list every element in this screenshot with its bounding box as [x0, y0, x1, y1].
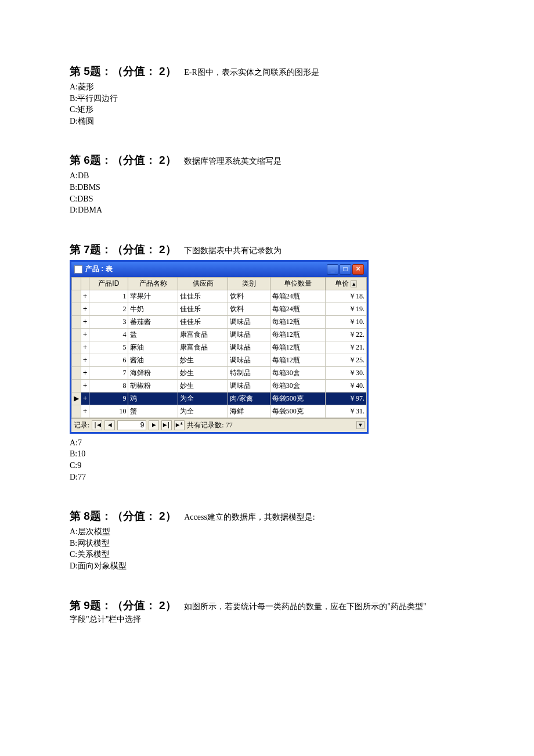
cell-category[interactable]: 海鲜 [228, 405, 270, 417]
cell-product-name[interactable]: 胡椒粉 [128, 379, 178, 392]
products-table[interactable]: 产品ID 产品名称 供应商 类别 单位数量 单价 ▲ +1苹果汁佳佳乐饮料每箱2… [71, 277, 367, 418]
cell-product-name[interactable]: 酱油 [128, 354, 178, 366]
row-selector[interactable] [72, 290, 81, 303]
cell-unit-qty[interactable]: 每箱24瓶 [270, 290, 325, 303]
cell-product-name[interactable]: 苹果汁 [128, 290, 178, 303]
table-row[interactable]: +8胡椒粉妙生调味品每箱30盒￥40. [72, 379, 367, 392]
window-titlebar[interactable]: 产品 : 表 _ □ × [71, 262, 367, 277]
expand-icon[interactable]: + [81, 328, 89, 341]
cell-product-id[interactable]: 5 [89, 341, 128, 354]
cell-product-id[interactable]: 2 [89, 303, 128, 315]
cell-unit-qty[interactable]: 每箱12瓶 [270, 315, 325, 328]
table-row[interactable]: ▶+9鸡为全肉/家禽每袋500克￥97. [72, 392, 367, 405]
cell-unit-price[interactable]: ￥18. [326, 290, 367, 303]
cell-product-name[interactable]: 蕃茄酱 [128, 315, 178, 328]
cell-unit-price[interactable]: ￥25. [326, 354, 367, 366]
table-row[interactable]: +6酱油妙生调味品每箱12瓶￥25. [72, 354, 367, 366]
cell-product-id[interactable]: 9 [89, 392, 128, 405]
nav-prev-button[interactable]: ◀ [104, 420, 115, 430]
expand-icon[interactable]: + [81, 379, 89, 392]
table-row[interactable]: +10蟹为全海鲜每袋500克￥31. [72, 405, 367, 417]
minimize-button[interactable]: _ [327, 264, 338, 275]
cell-category[interactable]: 饮料 [228, 290, 270, 303]
table-row[interactable]: +5麻油康富食品调味品每箱12瓶￥21. [72, 341, 367, 354]
col-product-id[interactable]: 产品ID [89, 277, 128, 290]
cell-category[interactable]: 调味品 [228, 328, 270, 341]
close-button[interactable]: × [352, 264, 364, 275]
col-unit-qty[interactable]: 单位数量 [270, 277, 325, 290]
cell-category[interactable]: 调味品 [228, 354, 270, 366]
row-selector-header[interactable] [72, 277, 81, 290]
table-row[interactable]: +1苹果汁佳佳乐饮料每箱24瓶￥18. [72, 290, 367, 303]
cell-product-id[interactable]: 8 [89, 379, 128, 392]
expand-icon[interactable]: + [81, 354, 89, 366]
cell-product-id[interactable]: 10 [89, 405, 128, 417]
maximize-button[interactable]: □ [340, 264, 351, 275]
cell-category[interactable]: 饮料 [228, 303, 270, 315]
cell-supplier[interactable]: 康富食品 [178, 328, 228, 341]
cell-supplier[interactable]: 为全 [178, 392, 228, 405]
cell-unit-qty[interactable]: 每箱30盒 [270, 379, 325, 392]
row-selector[interactable]: ▶ [72, 392, 81, 405]
nav-next-button[interactable]: ▶ [149, 420, 159, 430]
cell-supplier[interactable]: 佳佳乐 [178, 290, 228, 303]
cell-product-id[interactable]: 7 [89, 366, 128, 379]
cell-unit-price[interactable]: ￥21. [326, 341, 367, 354]
cell-product-id[interactable]: 4 [89, 328, 128, 341]
expand-icon[interactable]: + [81, 392, 89, 405]
table-row[interactable]: +4盐康富食品调味品每箱12瓶￥22. [72, 328, 367, 341]
row-selector[interactable] [72, 328, 81, 341]
cell-unit-qty[interactable]: 每箱12瓶 [270, 328, 325, 341]
cell-product-name[interactable]: 牛奶 [128, 303, 178, 315]
expand-icon[interactable]: + [81, 405, 89, 417]
nav-last-button[interactable]: ▶| [161, 420, 172, 430]
cell-category[interactable]: 肉/家禽 [228, 392, 270, 405]
row-selector[interactable] [72, 354, 81, 366]
col-supplier[interactable]: 供应商 [178, 277, 228, 290]
cell-unit-price[interactable]: ￥10. [326, 315, 367, 328]
expand-icon[interactable]: + [81, 341, 89, 354]
cell-unit-price[interactable]: ￥97. [326, 392, 367, 405]
scroll-up-icon[interactable]: ▲ [351, 280, 357, 287]
cell-unit-price[interactable]: ￥30. [326, 366, 367, 379]
cell-unit-qty[interactable]: 每箱24瓶 [270, 303, 325, 315]
cell-unit-price[interactable]: ￥22. [326, 328, 367, 341]
cell-supplier[interactable]: 为全 [178, 405, 228, 417]
cell-category[interactable]: 调味品 [228, 379, 270, 392]
expand-icon[interactable]: + [81, 366, 89, 379]
cell-supplier[interactable]: 佳佳乐 [178, 315, 228, 328]
table-row[interactable]: +2牛奶佳佳乐饮料每箱24瓶￥19. [72, 303, 367, 315]
cell-category[interactable]: 调味品 [228, 341, 270, 354]
row-selector[interactable] [72, 379, 81, 392]
cell-product-id[interactable]: 6 [89, 354, 128, 366]
cell-category[interactable]: 特制品 [228, 366, 270, 379]
col-category[interactable]: 类别 [228, 277, 270, 290]
cell-product-name[interactable]: 鸡 [128, 392, 178, 405]
cell-supplier[interactable]: 妙生 [178, 379, 228, 392]
row-selector[interactable] [72, 303, 81, 315]
cell-product-id[interactable]: 3 [89, 315, 128, 328]
col-product-name[interactable]: 产品名称 [128, 277, 178, 290]
cell-unit-price[interactable]: ￥31. [326, 405, 367, 417]
cell-product-name[interactable]: 蟹 [128, 405, 178, 417]
cell-unit-qty[interactable]: 每袋500克 [270, 405, 325, 417]
table-row[interactable]: +7海鲜粉妙生特制品每箱30盒￥30. [72, 366, 367, 379]
cell-supplier[interactable]: 妙生 [178, 366, 228, 379]
cell-product-name[interactable]: 麻油 [128, 341, 178, 354]
cell-unit-qty[interactable]: 每箱12瓶 [270, 341, 325, 354]
cell-product-name[interactable]: 海鲜粉 [128, 366, 178, 379]
expand-icon[interactable]: + [81, 303, 89, 315]
cell-unit-price[interactable]: ￥40. [326, 379, 367, 392]
cell-supplier[interactable]: 妙生 [178, 354, 228, 366]
cell-supplier[interactable]: 佳佳乐 [178, 303, 228, 315]
row-selector[interactable] [72, 341, 81, 354]
cell-product-name[interactable]: 盐 [128, 328, 178, 341]
expand-icon[interactable]: + [81, 290, 89, 303]
row-selector[interactable] [72, 366, 81, 379]
row-selector[interactable] [72, 315, 81, 328]
cell-unit-qty[interactable]: 每箱12瓶 [270, 354, 325, 366]
cell-product-id[interactable]: 1 [89, 290, 128, 303]
table-row[interactable]: +3蕃茄酱佳佳乐调味品每箱12瓶￥10. [72, 315, 367, 328]
nav-new-button[interactable]: ▶* [174, 420, 185, 430]
col-unit-price[interactable]: 单价 ▲ [326, 277, 367, 290]
